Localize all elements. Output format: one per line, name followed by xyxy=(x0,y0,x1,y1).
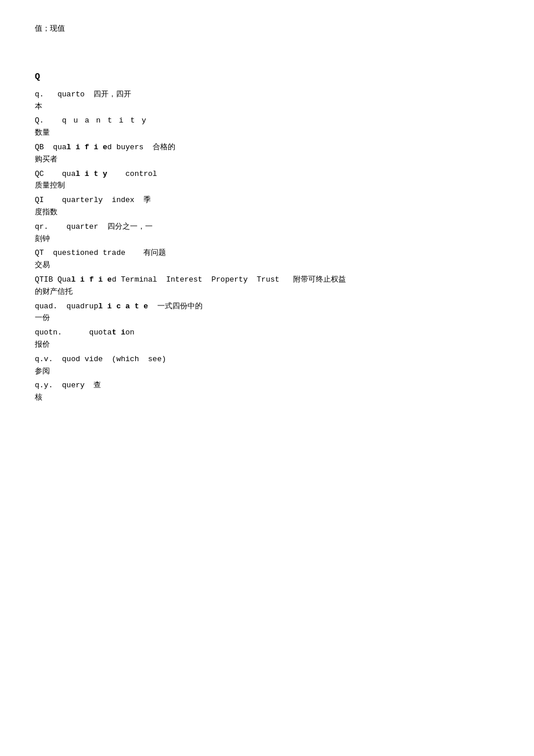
entry-line-1: QI quarterly index 季 xyxy=(35,195,499,207)
entry-qy: q.y. query 查 核 xyxy=(35,380,499,404)
entry-line-2: 度指数 xyxy=(35,207,499,219)
page-content: 值；现值 Q q. quarto 四开，四开 本 Q. q u a n t i … xyxy=(35,23,499,404)
entry-line-1: QTIB Qual i f i ed Terminal Interest Pro… xyxy=(35,274,499,286)
entry-line-1: QT questioned trade 有问题 xyxy=(35,247,499,260)
entry-line-2: 一份 xyxy=(35,312,499,325)
entry-line-2: 的财产信托 xyxy=(35,286,499,298)
entry-Q-quantity: Q. q u a n t i t y 数量 xyxy=(35,115,499,139)
entry-line-1: q.v. quod vide (which see) xyxy=(35,354,499,366)
bold-span: l i f i e xyxy=(71,275,111,284)
entry-QC: QC qual i t y control 质量控制 xyxy=(35,168,499,193)
entry-line-2: 刻钟 xyxy=(35,233,499,246)
section-letter-q: Q xyxy=(35,70,499,84)
entry-line-2: 报价 xyxy=(35,339,499,351)
entry-QB: QB qual i f i ed buyers 合格的 购买者 xyxy=(35,142,499,166)
entry-line-2: 参阅 xyxy=(35,366,499,378)
bold-span: l i t y xyxy=(75,170,107,178)
header-text: 值；现值 xyxy=(35,23,499,35)
entry-line-1: Q. q u a n t i t y xyxy=(35,115,499,127)
entry-line-2: 本 xyxy=(35,101,499,113)
entry-quad: quad. quadrupl i c a t e 一式四份中的 一份 xyxy=(35,301,499,325)
header-label: 值；现值 xyxy=(35,24,65,33)
bold-span: t i xyxy=(112,328,125,337)
entry-line-1: q. quarto 四开，四开 xyxy=(35,89,499,101)
quantity-spaced: q u a n t i t y xyxy=(62,116,147,125)
entry-line-1: qr. quarter 四分之一，一 xyxy=(35,221,499,233)
entry-q-quarto: q. quarto 四开，四开 本 xyxy=(35,89,499,113)
entry-line-2: 购买者 xyxy=(35,154,499,166)
entry-line-2: 数量 xyxy=(35,127,499,139)
entry-QTIB: QTIB Qual i f i ed Terminal Interest Pro… xyxy=(35,274,499,298)
entry-line-2: 核 xyxy=(35,392,499,404)
bold-span: l i c a t e xyxy=(98,302,148,311)
entry-qr: qr. quarter 四分之一，一 刻钟 xyxy=(35,221,499,246)
entry-quotn: quotn. quotat ion 报价 xyxy=(35,327,499,351)
entry-QI: QI quarterly index 季 度指数 xyxy=(35,195,499,219)
bold-span: l i f i e xyxy=(67,143,107,152)
entry-qv: q.v. quod vide (which see) 参阅 xyxy=(35,354,499,378)
entry-line-2: 质量控制 xyxy=(35,180,499,192)
entry-line-1: q.y. query 查 xyxy=(35,380,499,392)
entry-line-1: quad. quadrupl i c a t e 一式四份中的 xyxy=(35,301,499,313)
entry-line-1: QC qual i t y control xyxy=(35,168,499,181)
entry-QT: QT questioned trade 有问题 交易 xyxy=(35,247,499,272)
entry-line-2: 交易 xyxy=(35,260,499,272)
entry-line-1: quotn. quotat ion xyxy=(35,327,499,339)
entry-line-1: QB qual i f i ed buyers 合格的 xyxy=(35,142,499,154)
